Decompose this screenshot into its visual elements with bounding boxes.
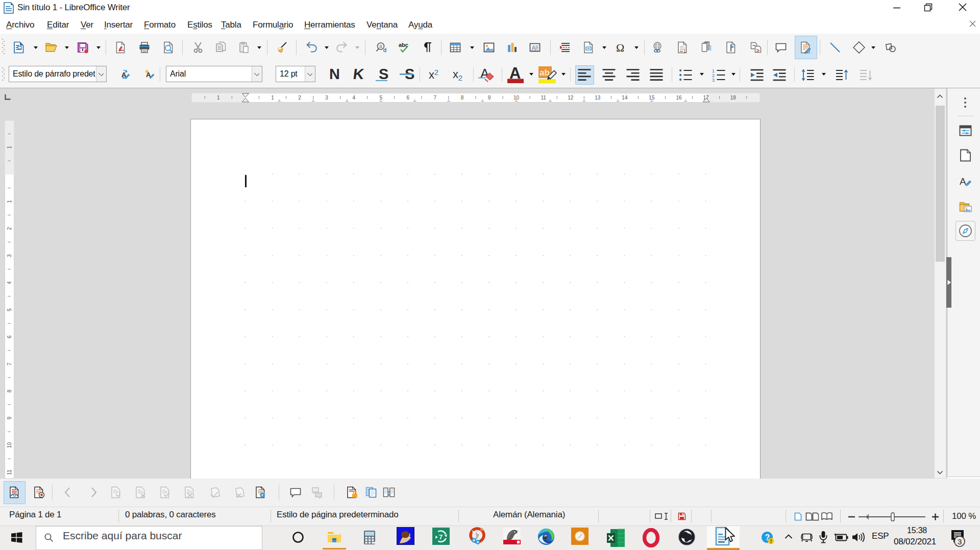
svg-text:9: 9 [7, 416, 12, 419]
svg-text:5: 5 [7, 308, 12, 311]
svg-text:8: 8 [7, 389, 12, 392]
svg-text:9: 9 [488, 95, 491, 101]
svg-text:1: 1 [7, 200, 12, 203]
svg-text:4: 4 [7, 281, 12, 284]
svg-text:7: 7 [439, 533, 443, 541]
svg-text:14: 14 [622, 95, 628, 101]
svg-text:12: 12 [568, 95, 574, 101]
svg-text:13: 13 [595, 95, 601, 101]
svg-text:3: 3 [325, 95, 328, 101]
svg-text:3: 3 [7, 254, 12, 257]
svg-text:2: 2 [298, 95, 301, 101]
svg-text:6: 6 [407, 95, 410, 101]
svg-text:6: 6 [7, 335, 12, 338]
svg-text:4: 4 [352, 95, 355, 101]
svg-text:Ω: Ω [616, 41, 624, 54]
svg-text:a: a [379, 43, 382, 49]
svg-text:1: 1 [271, 95, 274, 101]
svg-text:16: 16 [676, 95, 682, 101]
svg-text:3: 3 [958, 537, 962, 546]
svg-text:7: 7 [434, 95, 437, 101]
svg-text:11: 11 [7, 469, 12, 475]
svg-text:1: 1 [217, 95, 220, 101]
svg-text:3: 3 [712, 78, 715, 82]
svg-text:11: 11 [541, 95, 547, 101]
svg-text:18: 18 [730, 95, 737, 101]
svg-text:10: 10 [7, 442, 12, 448]
svg-text:2: 2 [7, 227, 12, 230]
svg-text:A: A [960, 176, 966, 187]
svg-text:7: 7 [7, 362, 12, 365]
svg-text:1: 1 [7, 146, 12, 149]
svg-text:1: 1 [683, 48, 686, 54]
svg-text:[i]: [i] [707, 44, 712, 51]
svg-text:8: 8 [461, 95, 464, 101]
svg-text:d: d [383, 47, 386, 53]
svg-text:A: A [531, 44, 536, 52]
